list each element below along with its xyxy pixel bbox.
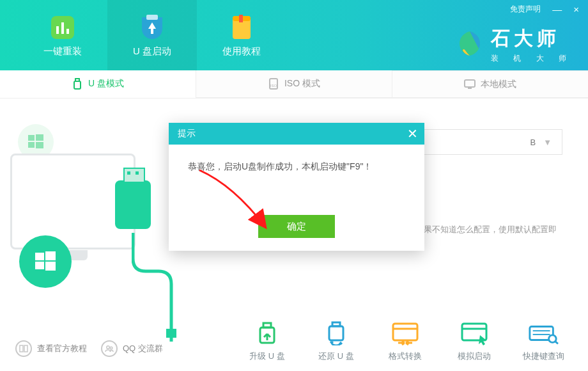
device-combo-value: B bbox=[530, 138, 536, 147]
bottom-strip: 查看官方教程 QQ 交流群 升级 U 盘 还原 U 盘 bbox=[0, 307, 588, 371]
tool-restore-usb[interactable]: 还原 U 盘 bbox=[308, 321, 364, 362]
svg-rect-2 bbox=[61, 22, 64, 34]
iso-file-icon: ISO bbox=[268, 78, 279, 90]
usb-drive-icon bbox=[115, 180, 151, 229]
official-guide-link[interactable]: 查看官方教程 bbox=[15, 340, 87, 357]
svg-rect-21 bbox=[45, 262, 56, 271]
close-window-button[interactable]: × bbox=[573, 4, 579, 14]
svg-line-37 bbox=[555, 341, 558, 343]
window-arrows-icon bbox=[390, 321, 421, 345]
usb-cycle-icon bbox=[321, 321, 352, 345]
tab-usb-boot[interactable]: U 盘启动 bbox=[107, 0, 197, 70]
subtab-local-mode[interactable]: 本地模式 bbox=[392, 70, 588, 98]
title-bar: 免责声明 — × 一键重装 U 盘启动 使用教程 石大师 bbox=[0, 0, 588, 70]
sub-tabs: U 盘模式 ISO ISO 模式 本地模式 bbox=[0, 70, 588, 99]
qq-group-label: QQ 交流群 bbox=[123, 343, 163, 354]
tab-usb-boot-label: U 盘启动 bbox=[133, 45, 171, 58]
book-icon bbox=[228, 13, 256, 42]
caret-down-icon: ▼ bbox=[543, 138, 552, 147]
svg-rect-4 bbox=[146, 15, 158, 20]
brand-title: 石大师 bbox=[491, 26, 573, 52]
usb-small-icon bbox=[72, 78, 83, 90]
tool-format-label: 格式转换 bbox=[389, 351, 422, 362]
svg-point-24 bbox=[110, 347, 112, 349]
tool-restore-label: 还原 U 盘 bbox=[318, 351, 354, 362]
tab-reinstall-label: 一键重装 bbox=[43, 45, 82, 58]
svg-point-23 bbox=[107, 346, 109, 349]
usb-up-icon bbox=[252, 321, 282, 345]
disclaimer-link[interactable]: 免责声明 bbox=[510, 4, 541, 15]
illustration bbox=[6, 118, 185, 303]
brand-subtitle: 装 机 大 师 bbox=[491, 53, 573, 64]
official-guide-label: 查看官方教程 bbox=[37, 343, 87, 354]
tool-format-convert[interactable]: 格式转换 bbox=[377, 321, 433, 362]
subtab-iso-mode[interactable]: ISO ISO 模式 bbox=[196, 70, 392, 98]
book-open-icon bbox=[15, 340, 32, 357]
subtab-iso-mode-label: ISO 模式 bbox=[284, 78, 320, 90]
tool-upgrade-label: 升级 U 盘 bbox=[249, 351, 285, 362]
dialog-message: 恭喜您，启动U盘制作成功，本机启动键"F9"！ bbox=[169, 145, 424, 189]
people-icon bbox=[101, 340, 118, 357]
svg-rect-8 bbox=[74, 81, 81, 89]
svg-rect-17 bbox=[36, 142, 43, 148]
tool-hotkey-lookup[interactable]: 快捷键查询 bbox=[515, 321, 571, 362]
svg-rect-28 bbox=[332, 322, 340, 326]
subtab-usb-mode-label: U 盘模式 bbox=[88, 78, 124, 90]
tab-reinstall[interactable]: 一键重装 bbox=[18, 0, 107, 70]
svg-rect-1 bbox=[56, 26, 59, 34]
window-play-icon bbox=[459, 321, 490, 345]
svg-rect-16 bbox=[28, 142, 35, 148]
dialog-header: 提示 ✕ bbox=[169, 123, 424, 145]
brand: 石大师 装 机 大 师 bbox=[455, 26, 573, 64]
svg-rect-27 bbox=[329, 326, 343, 340]
svg-rect-3 bbox=[66, 29, 69, 34]
bar-chart-icon bbox=[49, 13, 77, 42]
dialog-success: 提示 ✕ 恭喜您，启动U盘制作成功，本机启动键"F9"！ 确定 bbox=[169, 123, 424, 251]
tool-hotkey-label: 快捷键查询 bbox=[523, 351, 564, 362]
svg-rect-12 bbox=[465, 80, 475, 87]
dialog-ok-button[interactable]: 确定 bbox=[258, 215, 335, 238]
svg-rect-19 bbox=[45, 251, 56, 260]
svg-text:ISO: ISO bbox=[270, 84, 277, 88]
dialog-title: 提示 bbox=[178, 128, 196, 139]
main-tabs: 一键重装 U 盘启动 使用教程 bbox=[0, 0, 286, 70]
svg-rect-13 bbox=[468, 88, 472, 89]
tab-tutorial[interactable]: 使用教程 bbox=[197, 0, 286, 70]
brand-logo-icon bbox=[455, 29, 484, 61]
svg-rect-9 bbox=[75, 79, 79, 81]
keyboard-search-icon bbox=[528, 321, 559, 345]
svg-rect-7 bbox=[239, 15, 243, 22]
qq-group-link[interactable]: QQ 交流群 bbox=[101, 340, 163, 357]
svg-rect-20 bbox=[35, 262, 44, 269]
usb-shield-icon bbox=[138, 13, 166, 42]
svg-rect-26 bbox=[263, 323, 271, 328]
svg-rect-14 bbox=[28, 135, 35, 141]
minimize-button[interactable]: — bbox=[552, 4, 562, 14]
windows-circle-icon bbox=[19, 235, 72, 288]
svg-rect-15 bbox=[36, 134, 43, 141]
tool-upgrade-usb[interactable]: 升级 U 盘 bbox=[239, 321, 295, 362]
dialog-close-button[interactable]: ✕ bbox=[407, 127, 418, 140]
svg-rect-18 bbox=[35, 253, 44, 260]
subtab-local-mode-label: 本地模式 bbox=[481, 79, 516, 90]
subtab-usb-mode[interactable]: U 盘模式 bbox=[0, 70, 196, 98]
tool-simulate-boot[interactable]: 模拟启动 bbox=[446, 321, 502, 362]
tool-simulate-label: 模拟启动 bbox=[458, 351, 491, 362]
svg-rect-29 bbox=[393, 324, 417, 340]
tab-tutorial-label: 使用教程 bbox=[222, 45, 261, 58]
monitor-small-icon bbox=[464, 79, 476, 90]
